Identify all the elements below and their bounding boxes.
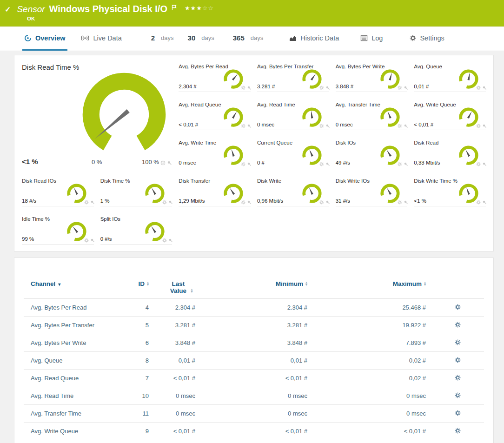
star-filled-icon[interactable]: ★ bbox=[196, 5, 202, 12]
gauge-pin-icon[interactable] bbox=[247, 124, 252, 128]
gauge-pin-icon[interactable] bbox=[247, 200, 252, 205]
primary-gauge-value: <1 % bbox=[22, 158, 38, 165]
tab-overview[interactable]: Overview bbox=[22, 26, 67, 51]
channel-settings-icon[interactable] bbox=[455, 392, 461, 398]
tab-settings[interactable]: Settings bbox=[408, 26, 446, 51]
channel-settings-icon[interactable] bbox=[455, 428, 461, 434]
cell-last-value: 3.848 # bbox=[157, 339, 204, 346]
priority-flag-icon[interactable] bbox=[171, 4, 177, 13]
cell-channel: Avg. Queue bbox=[24, 357, 124, 364]
gauge-title: Avg. Transfer Time bbox=[336, 102, 380, 107]
header-last-value[interactable]: Last Value▴▾ bbox=[157, 280, 204, 294]
header-minimum[interactable]: Minimum▴▾ bbox=[204, 280, 313, 287]
gauge-pin-icon[interactable] bbox=[247, 86, 252, 90]
star-filled-icon[interactable]: ★ bbox=[191, 5, 197, 12]
tab-2-days[interactable]: 2 days bbox=[149, 26, 176, 51]
favorite-rating[interactable]: ★★★☆☆ bbox=[185, 5, 214, 12]
cell-maximum: 0 msec bbox=[313, 410, 431, 417]
gauge-settings-icon[interactable] bbox=[319, 162, 324, 166]
gauge-title: Disk Read bbox=[414, 140, 438, 145]
gauge-pin-icon[interactable] bbox=[404, 86, 408, 90]
sort-icon: ▴▾ bbox=[191, 288, 192, 293]
gauge-pin-icon[interactable] bbox=[167, 160, 172, 165]
channel-gauge: Disk Read IOs 18 #/s bbox=[22, 177, 94, 206]
gauge-settings-icon[interactable] bbox=[241, 124, 245, 128]
gauge-settings-icon[interactable] bbox=[398, 162, 402, 166]
gauge-pin-icon[interactable] bbox=[168, 200, 173, 205]
channel-settings-icon[interactable] bbox=[455, 304, 461, 310]
gauge-pin-icon[interactable] bbox=[482, 86, 487, 90]
channel-gauge: Avg. Write Time 0 msec bbox=[179, 139, 251, 168]
cell-maximum: 0 msec bbox=[313, 392, 431, 399]
gauge-pin-icon[interactable] bbox=[247, 162, 252, 166]
channel-settings-icon[interactable] bbox=[455, 339, 461, 345]
gauge-pin-icon[interactable] bbox=[325, 162, 330, 166]
channel-gauge: Split IOs 0 #/s bbox=[100, 215, 172, 245]
primary-gauge-title: Disk Read Time % bbox=[22, 63, 79, 71]
gauge-value: 49 #/s bbox=[336, 160, 350, 165]
gauge-pin-icon[interactable] bbox=[404, 124, 408, 128]
gauge-pin-icon[interactable] bbox=[325, 86, 330, 90]
gauge-pin-icon[interactable] bbox=[482, 162, 487, 166]
channel-settings-icon[interactable] bbox=[455, 375, 461, 381]
tab-number: 2 bbox=[151, 34, 155, 42]
gauge-pin-icon[interactable] bbox=[482, 124, 487, 128]
primary-gauge-arc bbox=[80, 70, 168, 159]
gauge-settings-icon[interactable] bbox=[241, 86, 245, 90]
tab-live-data[interactable]: Live Data bbox=[79, 26, 124, 51]
table-row: Avg. Bytes Per Transfer 5 3.281 # 3.281 … bbox=[24, 317, 484, 334]
gauge-settings-icon[interactable] bbox=[162, 200, 167, 205]
channel-gauge: Disk Time % 1 % bbox=[100, 177, 172, 206]
tab-historic-data[interactable]: Historic Data bbox=[287, 26, 341, 51]
gauge-pin-icon[interactable] bbox=[90, 238, 95, 243]
gauge-settings-icon[interactable] bbox=[319, 200, 324, 205]
gauge-pin-icon[interactable] bbox=[325, 200, 330, 205]
channel-settings-icon[interactable] bbox=[455, 357, 461, 363]
header-id[interactable]: ID▴▾ bbox=[124, 280, 157, 287]
cell-maximum: 0,02 # bbox=[313, 357, 431, 364]
gauge-settings-icon[interactable] bbox=[241, 162, 245, 166]
gauge-pin-icon[interactable] bbox=[90, 200, 95, 205]
gauge-settings-icon[interactable] bbox=[476, 124, 481, 128]
gauge-settings-icon[interactable] bbox=[84, 200, 89, 205]
gauge-settings-icon[interactable] bbox=[476, 200, 481, 205]
gauge-settings-icon[interactable] bbox=[398, 200, 402, 205]
gauge-settings-icon[interactable] bbox=[476, 162, 481, 166]
overview-gauge-icon bbox=[24, 34, 32, 42]
cell-channel: Avg. Bytes Per Write bbox=[24, 339, 124, 346]
cell-maximum: < 0,01 # bbox=[313, 428, 431, 435]
gauge-title: Disk Transfer bbox=[179, 178, 210, 184]
gauge-pin-icon[interactable] bbox=[404, 200, 408, 205]
star-empty-icon[interactable]: ☆ bbox=[202, 5, 208, 12]
gauge-value: 0 # bbox=[257, 160, 265, 165]
channel-gauge: Avg. Read Queue < 0,01 # bbox=[179, 100, 251, 130]
gauge-pin-icon[interactable] bbox=[168, 238, 173, 243]
star-filled-icon[interactable]: ★ bbox=[185, 5, 191, 12]
header-maximum[interactable]: Maximum▴▾ bbox=[313, 280, 431, 287]
table-row: Avg. Bytes Per Write 6 3.848 # 3.848 # 7… bbox=[24, 334, 484, 352]
gauge-title: Current Queue bbox=[257, 140, 292, 145]
gauge-settings-icon[interactable] bbox=[398, 124, 402, 128]
cell-minimum: 0 msec bbox=[204, 392, 313, 399]
gauge-settings-icon[interactable] bbox=[476, 86, 481, 90]
gauge-settings-icon[interactable] bbox=[160, 160, 166, 165]
gauge-pin-icon[interactable] bbox=[325, 124, 330, 128]
channel-settings-icon[interactable] bbox=[455, 322, 461, 328]
gauge-settings-icon[interactable] bbox=[241, 200, 245, 205]
tab-365-days[interactable]: 365 days bbox=[231, 26, 265, 51]
gauge-settings-icon[interactable] bbox=[398, 86, 402, 90]
gauge-settings-icon[interactable] bbox=[319, 86, 324, 90]
gauge-pin-icon[interactable] bbox=[482, 200, 487, 205]
header-channel[interactable]: Channel▾ bbox=[24, 280, 124, 287]
gauge-settings-icon[interactable] bbox=[319, 124, 324, 128]
tab-log[interactable]: Log bbox=[358, 26, 385, 51]
gauge-value: 3.281 # bbox=[257, 84, 275, 89]
star-empty-icon[interactable]: ☆ bbox=[208, 5, 214, 12]
gauge-pin-icon[interactable] bbox=[404, 162, 408, 166]
gauge-settings-icon[interactable] bbox=[162, 238, 167, 243]
gauge-value: 31 #/s bbox=[336, 198, 350, 204]
channel-settings-icon[interactable] bbox=[455, 410, 461, 416]
status-badge: OK bbox=[27, 16, 35, 21]
gauge-settings-icon[interactable] bbox=[84, 238, 89, 243]
tab-30-days[interactable]: 30 days bbox=[186, 26, 216, 51]
